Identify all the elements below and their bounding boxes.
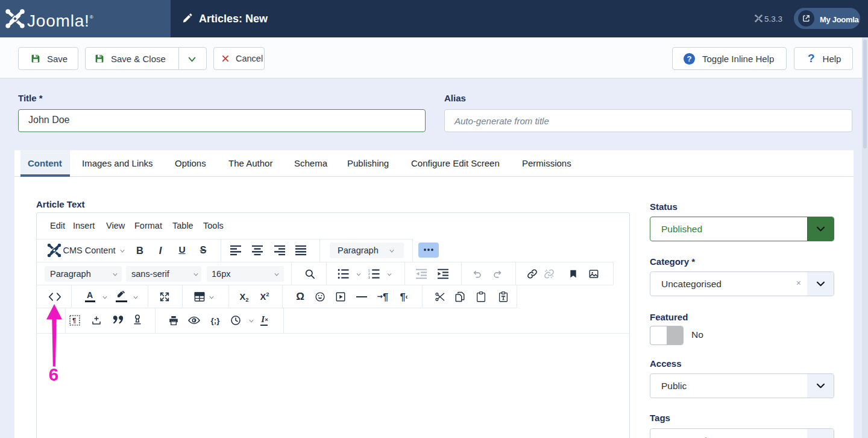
svg-text:6: 6 xyxy=(49,364,58,384)
svg-text:1: 1 xyxy=(369,269,370,273)
svg-text:3: 3 xyxy=(369,276,370,279)
